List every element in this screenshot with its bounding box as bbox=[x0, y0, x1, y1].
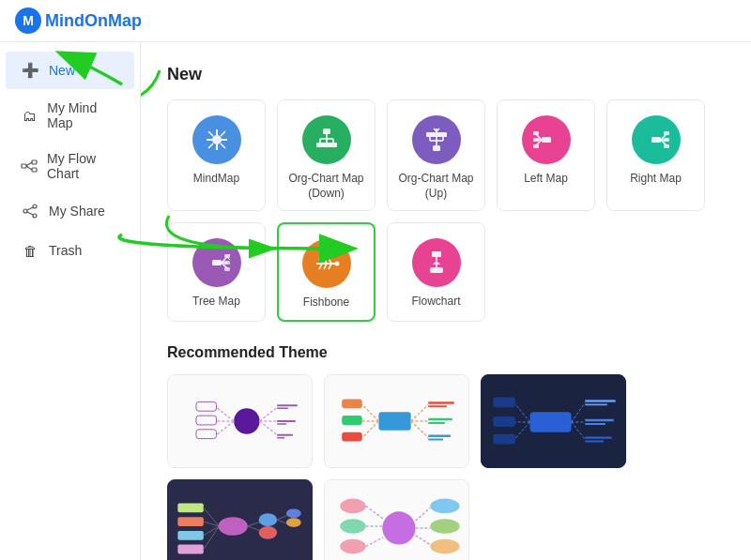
svg-line-20 bbox=[221, 144, 225, 148]
header: M MindOnMap bbox=[0, 0, 751, 42]
svg-rect-30 bbox=[426, 132, 434, 137]
template-card-orgup[interactable]: Org-Chart Map (Up) bbox=[387, 99, 485, 211]
svg-point-153 bbox=[340, 539, 365, 554]
theme-card-4[interactable] bbox=[167, 479, 313, 560]
sidebar-item-new[interactable]: ➕ New bbox=[6, 52, 134, 89]
template-card-leftmap[interactable]: Left Map bbox=[497, 99, 595, 211]
orgdown-label: Org-Chart Map (Down) bbox=[285, 172, 367, 201]
template-card-treemap[interactable]: Tree Map bbox=[167, 222, 266, 322]
svg-line-4 bbox=[26, 166, 32, 170]
sidebar-label-myshare: My Share bbox=[49, 204, 105, 219]
svg-point-159 bbox=[430, 539, 459, 554]
template-card-orgdown[interactable]: Org-Chart Map (Down) bbox=[277, 99, 376, 211]
svg-point-72 bbox=[334, 262, 339, 266]
svg-line-8 bbox=[27, 207, 33, 210]
svg-rect-54 bbox=[664, 138, 669, 142]
theme-card-2[interactable] bbox=[324, 374, 469, 468]
svg-rect-0 bbox=[22, 164, 26, 168]
svg-rect-102 bbox=[342, 432, 362, 442]
sidebar-item-mymindmap[interactable]: 🗂 My Mind Map bbox=[6, 91, 134, 140]
theme-card-5[interactable] bbox=[324, 479, 469, 560]
treemap-icon bbox=[192, 238, 241, 287]
svg-rect-2 bbox=[32, 168, 37, 172]
logo-text: MindOnMap bbox=[45, 11, 142, 31]
sidebar-label-myflowchart: My Flow Chart bbox=[47, 151, 119, 181]
svg-rect-133 bbox=[177, 544, 203, 553]
svg-rect-27 bbox=[316, 143, 324, 147]
leftmap-icon bbox=[522, 115, 571, 164]
svg-point-5 bbox=[33, 204, 37, 208]
leftmap-label: Left Map bbox=[524, 172, 568, 187]
svg-rect-63 bbox=[224, 261, 230, 265]
svg-point-148 bbox=[382, 511, 415, 544]
orgup-icon bbox=[412, 115, 461, 164]
svg-rect-47 bbox=[533, 138, 539, 142]
theme-card-1[interactable] bbox=[167, 374, 313, 468]
svg-rect-38 bbox=[433, 145, 440, 151]
rightmap-label: Right Map bbox=[630, 172, 682, 187]
svg-rect-132 bbox=[177, 531, 203, 540]
rightmap-icon bbox=[632, 115, 681, 164]
svg-rect-1 bbox=[32, 160, 37, 164]
template-card-rightmap[interactable]: Right Map bbox=[606, 99, 705, 211]
logo-icon: M bbox=[15, 8, 41, 34]
sidebar-item-myflowchart[interactable]: My Flow Chart bbox=[6, 142, 134, 190]
svg-point-79 bbox=[234, 408, 259, 433]
svg-point-6 bbox=[33, 214, 37, 218]
new-section-title: New bbox=[167, 65, 725, 84]
svg-rect-96 bbox=[378, 412, 410, 431]
svg-rect-56 bbox=[212, 260, 222, 265]
svg-line-17 bbox=[208, 131, 213, 136]
svg-point-12 bbox=[212, 135, 222, 144]
sidebar-item-trash[interactable]: 🗑 Trash bbox=[6, 232, 134, 269]
svg-rect-101 bbox=[342, 416, 362, 425]
svg-line-19 bbox=[208, 144, 213, 148]
svg-rect-64 bbox=[224, 267, 230, 271]
mymindmap-icon: 🗂 bbox=[21, 106, 38, 125]
mindmap-icon bbox=[192, 115, 241, 164]
theme-grid bbox=[167, 374, 725, 560]
svg-rect-62 bbox=[224, 254, 230, 258]
main-content: New MindMap bbox=[141, 42, 751, 560]
svg-rect-32 bbox=[439, 132, 447, 137]
svg-rect-118 bbox=[493, 416, 515, 427]
svg-point-157 bbox=[430, 519, 459, 534]
template-card-fishbone[interactable]: Fishbone bbox=[277, 222, 376, 322]
theme-card-3[interactable] bbox=[481, 374, 626, 468]
treemap-label: Tree Map bbox=[192, 295, 240, 310]
svg-rect-117 bbox=[493, 397, 515, 407]
svg-rect-100 bbox=[342, 399, 362, 408]
svg-rect-130 bbox=[177, 503, 203, 512]
svg-rect-49 bbox=[651, 137, 661, 143]
flowchart-icon bbox=[412, 238, 461, 287]
fishbone-icon bbox=[302, 239, 351, 288]
orgup-label: Org-Chart Map (Up) bbox=[395, 172, 477, 201]
svg-rect-28 bbox=[323, 143, 330, 147]
svg-point-7 bbox=[23, 209, 27, 213]
template-card-mindmap[interactable]: MindMap bbox=[167, 99, 266, 211]
layout: ➕ New 🗂 My Mind Map My Flow Chart bbox=[0, 42, 751, 560]
logo: M MindOnMap bbox=[15, 8, 142, 34]
svg-rect-29 bbox=[330, 143, 337, 147]
svg-point-141 bbox=[259, 513, 278, 526]
myflowchart-icon bbox=[21, 157, 38, 175]
svg-rect-73 bbox=[432, 251, 441, 257]
template-grid: MindMap Org-Chart Ma bbox=[167, 99, 725, 322]
svg-point-138 bbox=[218, 517, 247, 536]
sidebar-label-new: New bbox=[49, 63, 75, 78]
svg-rect-21 bbox=[323, 129, 330, 134]
trash-icon: 🗑 bbox=[21, 241, 39, 260]
sidebar-item-myshare[interactable]: My Share bbox=[6, 192, 134, 230]
sidebar-label-trash: Trash bbox=[49, 243, 82, 258]
fishbone-label: Fishbone bbox=[303, 295, 349, 310]
svg-line-18 bbox=[221, 131, 225, 136]
svg-point-151 bbox=[340, 519, 365, 534]
svg-rect-46 bbox=[533, 131, 539, 135]
svg-rect-42 bbox=[542, 137, 551, 143]
sidebar: ➕ New 🗂 My Mind Map My Flow Chart bbox=[0, 42, 141, 560]
template-card-flowchart[interactable]: Flowchart bbox=[387, 222, 485, 322]
orgdown-icon bbox=[302, 115, 351, 164]
svg-rect-48 bbox=[533, 144, 539, 148]
svg-line-3 bbox=[26, 162, 32, 166]
recommended-title: Recommended Theme bbox=[167, 344, 725, 361]
